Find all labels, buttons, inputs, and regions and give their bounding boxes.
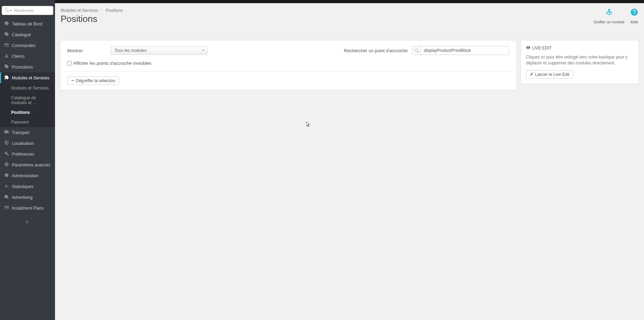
- unhook-section: Dégreffer la sélection: [60, 71, 516, 90]
- page-actions: Greffer un module Aide: [594, 8, 638, 24]
- live-edit-panel: LIVE EDIT Cliquez ici pour être redirigé…: [521, 40, 639, 84]
- unhook-button[interactable]: Dégreffer la sélection: [67, 77, 119, 85]
- search-hook-label: Rechercher un point d'accroche: [344, 48, 408, 53]
- sidebar-sublabel: Modules et Services: [11, 86, 49, 91]
- breadcrumb-separator: /: [101, 8, 102, 13]
- credit-card-icon: [3, 42, 10, 48]
- content-wrapper: Montrer Tous les modules Rechercher un p…: [55, 26, 644, 95]
- breadcrumb-parent[interactable]: Modules et Services: [61, 8, 98, 13]
- show-label: Montrer: [67, 48, 83, 53]
- hook-input-wrapper: [413, 46, 509, 55]
- puzzle-icon: [3, 75, 10, 81]
- live-edit-button[interactable]: Lancer le Live Edit: [526, 70, 573, 79]
- sidebar-item-catalog[interactable]: Catalogue: [0, 29, 55, 40]
- hook-module-button[interactable]: Greffer un module: [594, 8, 625, 24]
- live-edit-title-text: LIVE EDIT: [532, 46, 552, 50]
- sidebar-label: Tableau de Bord: [12, 22, 42, 26]
- tag-icon: [3, 64, 10, 70]
- sidebar-label: Modules et Services: [12, 76, 49, 80]
- help-button[interactable]: Aide: [630, 8, 638, 24]
- anchor-icon: [594, 8, 625, 18]
- tags-icon: [3, 32, 10, 38]
- help-icon: [630, 8, 638, 18]
- page-title: Positions: [61, 14, 123, 24]
- filter-row: Montrer Tous les modules Rechercher un p…: [60, 40, 516, 61]
- invisible-label[interactable]: Afficher les points d'accroche invisible…: [73, 61, 151, 66]
- sidebar: ▼ Tableau de Bord Catalogue Commandes Cl…: [0, 0, 55, 95]
- show-filter-group: Montrer Tous les modules: [67, 46, 207, 55]
- sidebar-label: Promotions: [12, 65, 33, 70]
- tachometer-icon: [3, 21, 10, 27]
- live-edit-desc: Cliquez ici pour être redirigé vers votr…: [526, 54, 634, 66]
- user-icon: [3, 53, 10, 59]
- sidebar-item-customers[interactable]: Clients: [0, 51, 55, 62]
- sidebar-search[interactable]: ▼: [2, 6, 53, 15]
- eye-icon: [526, 45, 531, 51]
- page-header: Modules et Services / Positions Position…: [55, 6, 644, 26]
- search-icon: [413, 46, 421, 55]
- sidebar-subitem-modules[interactable]: Modules et Services: [0, 83, 55, 93]
- sidebar-item-modules[interactable]: Modules et Services: [0, 72, 55, 83]
- top-bar: [0, 0, 644, 3]
- main-content: Modules et Services / Positions Position…: [55, 3, 644, 95]
- invisible-checkbox[interactable]: [67, 61, 72, 65]
- select-value: Tous les modules: [115, 48, 147, 53]
- edit-icon: [530, 72, 534, 77]
- sidebar-label: Commandes: [12, 43, 36, 48]
- action-label: Aide: [630, 20, 638, 24]
- module-select-wrapper: Tous les modules: [111, 46, 207, 55]
- svg-rect-0: [71, 80, 74, 81]
- filter-panel: Montrer Tous les modules Rechercher un p…: [60, 40, 517, 90]
- live-edit-title: LIVE EDIT: [526, 45, 634, 51]
- unhook-label: Dégreffer la sélection: [76, 78, 115, 83]
- action-label: Greffer un module: [594, 20, 625, 24]
- invisible-checkbox-row: Afficher les points d'accroche invisible…: [60, 61, 516, 71]
- live-edit-button-label: Lancer le Live Edit: [535, 72, 570, 77]
- breadcrumb: Modules et Services / Positions: [61, 8, 123, 13]
- sidebar-label: Catalogue: [12, 32, 31, 37]
- search-icon: [5, 8, 9, 13]
- hook-search-input[interactable]: [421, 46, 509, 55]
- sidebar-item-promotions[interactable]: Promotions: [0, 62, 55, 72]
- minus-icon: [71, 78, 74, 83]
- sidebar-item-orders[interactable]: Commandes: [0, 40, 55, 51]
- sidebar-subitem-catalog[interactable]: Catalogue de modules et ...: [0, 93, 55, 95]
- sidebar-label: Clients: [12, 54, 25, 59]
- sidebar-item-dashboard[interactable]: Tableau de Bord: [0, 18, 55, 29]
- search-input[interactable]: [14, 8, 50, 13]
- breadcrumb-current: Positions: [106, 8, 123, 13]
- module-select[interactable]: Tous les modules: [111, 46, 207, 55]
- search-hook-group: Rechercher un point d'accroche: [344, 46, 509, 55]
- caret-down-icon: ▼: [9, 9, 12, 12]
